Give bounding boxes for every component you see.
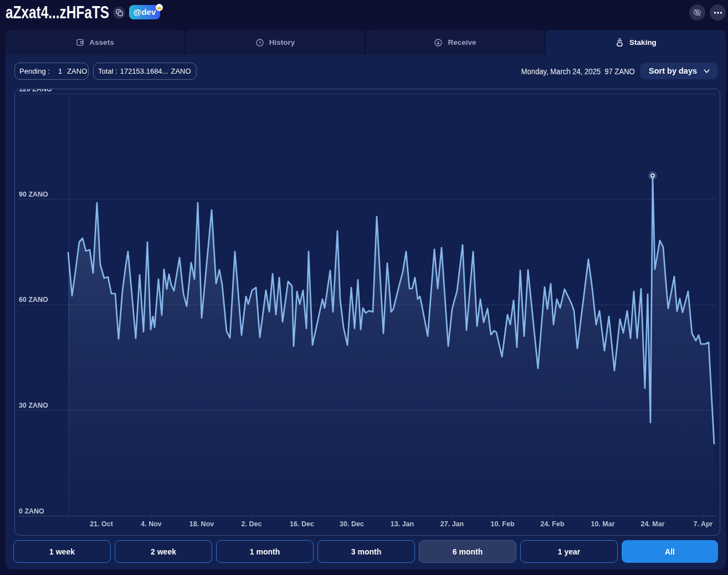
svg-text:30 ZANO: 30 ZANO: [19, 402, 48, 409]
svg-text:24. Feb: 24. Feb: [540, 520, 564, 528]
svg-text:2. Dec: 2. Dec: [242, 520, 262, 528]
svg-text:30. Dec: 30. Dec: [340, 520, 364, 528]
svg-text:60 ZANO: 60 ZANO: [19, 296, 48, 304]
svg-text:18. Nov: 18. Nov: [189, 520, 214, 528]
svg-text:7. Apr: 7. Apr: [694, 520, 713, 528]
svg-text:4. Nov: 4. Nov: [141, 520, 162, 528]
svg-text:10. Mar: 10. Mar: [591, 520, 614, 528]
svg-text:16. Dec: 16. Dec: [290, 520, 314, 528]
svg-text:27. Jan: 27. Jan: [440, 520, 464, 528]
svg-text:24. Mar: 24. Mar: [640, 520, 664, 528]
svg-text:10. Feb: 10. Feb: [490, 520, 514, 528]
svg-text:13. Jan: 13. Jan: [391, 520, 414, 528]
svg-text:90 ZANO: 90 ZANO: [19, 191, 48, 198]
svg-text:120 ZANO: 120 ZANO: [19, 89, 52, 93]
svg-text:0 ZANO: 0 ZANO: [19, 507, 44, 515]
svg-text:21. Oct: 21. Oct: [90, 520, 114, 528]
